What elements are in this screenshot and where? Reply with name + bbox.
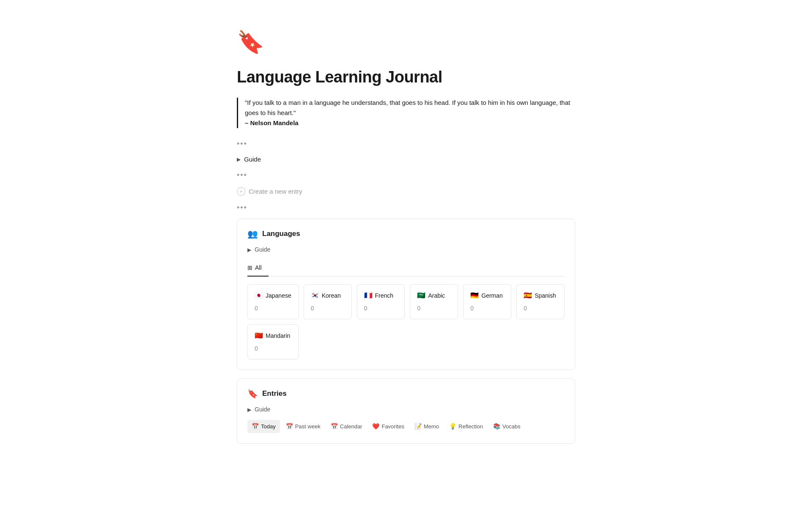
languages-guide-arrow-icon: ▶ <box>247 246 251 254</box>
entry-tab-label: Memo <box>424 422 439 431</box>
lang-flag: 🇯🇵 <box>255 290 263 301</box>
languages-guide-toggle[interactable]: ▶ Guide <box>247 245 565 254</box>
create-entry-label: Create a new entry <box>249 187 302 197</box>
entry-tab-label: Favorites <box>381 422 404 431</box>
lang-name: German <box>481 291 503 300</box>
lang-count: 0 <box>255 304 291 313</box>
entry-tab-reflection[interactable]: 💡 Reflection <box>445 420 487 433</box>
create-entry-row[interactable]: ＋ Create a new entry <box>237 186 575 197</box>
lang-name: Arabic <box>428 291 445 300</box>
entry-tab-calendar[interactable]: 📅 Calendar <box>326 420 367 433</box>
page-title: Language Learning Journal <box>237 65 575 89</box>
entry-tab-favorites[interactable]: ❤️ Favorites <box>368 420 408 433</box>
create-entry-icon: ＋ <box>237 187 245 196</box>
lang-flag: 🇪🇸 <box>524 290 532 301</box>
entries-section-title: Entries <box>262 388 287 399</box>
languages-grid: 🇯🇵 Japanese 0 🇰🇷 Korean 0 🇫🇷 French 0 🇸🇦… <box>247 284 565 359</box>
dots-2: ••• <box>237 170 575 181</box>
language-card-mandarin[interactable]: 🇨🇳 Mandarin 0 <box>247 324 299 359</box>
entries-guide-label: Guide <box>255 405 270 414</box>
lang-flag: 🇨🇳 <box>255 331 263 341</box>
entry-tab-icon: 📚 <box>493 422 500 431</box>
entry-tab-icon: 📅 <box>252 422 259 431</box>
quote-text: "If you talk to a man in a language he u… <box>245 98 575 118</box>
entry-tab-icon: 📅 <box>331 422 338 431</box>
lang-count: 0 <box>311 304 345 313</box>
guide-toggle-label: Guide <box>244 155 261 164</box>
entry-tab-icon: 📝 <box>414 422 422 431</box>
dots-3: ••• <box>237 202 575 214</box>
lang-name: Mandarin <box>266 332 290 340</box>
lang-count: 0 <box>524 304 557 313</box>
lang-count: 0 <box>255 344 291 353</box>
tab-all-grid-icon: ⊞ <box>247 263 252 272</box>
entry-tab-label: Today <box>261 422 276 431</box>
entries-tabs-row: 📅 Today 📅 Past week 📅 Calendar ❤️ Favori… <box>247 420 565 433</box>
languages-section-card: 👥 Languages ▶ Guide ⊞ All 🇯🇵 Japanese 0 … <box>237 219 575 370</box>
entry-tab-icon: 📅 <box>286 422 293 431</box>
language-card-spanish[interactable]: 🇪🇸 Spanish 0 <box>516 284 565 319</box>
lang-flag: 🇰🇷 <box>311 290 319 301</box>
language-card-korean[interactable]: 🇰🇷 Korean 0 <box>304 284 352 319</box>
entries-guide-arrow-icon: ▶ <box>247 406 251 414</box>
page-icon: 🔖 <box>237 25 575 58</box>
entry-tab-label: Past week <box>295 422 321 431</box>
languages-section-icon: 👥 <box>247 227 258 240</box>
language-card-french[interactable]: 🇫🇷 French 0 <box>357 284 405 319</box>
entry-tab-label: Vocabs <box>502 422 521 431</box>
toggle-arrow-icon: ▶ <box>237 156 241 163</box>
lang-count: 0 <box>470 304 504 313</box>
entries-guide-toggle[interactable]: ▶ Guide <box>247 405 565 414</box>
entry-tab-vocabs[interactable]: 📚 Vocabs <box>489 420 525 433</box>
lang-count: 0 <box>417 304 451 313</box>
dots-1: ••• <box>237 138 575 150</box>
quote-block: "If you talk to a man in a language he u… <box>237 98 575 128</box>
entry-tab-label: Reflection <box>458 422 483 431</box>
language-card-japanese[interactable]: 🇯🇵 Japanese 0 <box>247 284 299 319</box>
entry-tab-icon: 💡 <box>449 422 456 431</box>
language-card-arabic[interactable]: 🇸🇦 Arabic 0 <box>410 284 458 319</box>
lang-name: Spanish <box>535 291 556 300</box>
entries-section-icon: 🔖 <box>247 387 258 400</box>
entries-section-card: 🔖 Entries ▶ Guide 📅 Today 📅 Past week 📅 … <box>237 378 575 444</box>
quote-author: – Nelson Mandela <box>245 118 575 128</box>
entry-tab-today[interactable]: 📅 Today <box>247 420 280 433</box>
entry-tab-label: Calendar <box>340 422 362 431</box>
lang-name: Korean <box>322 291 341 300</box>
lang-count: 0 <box>364 304 398 313</box>
languages-guide-label: Guide <box>255 245 270 254</box>
entries-section-header: 🔖 Entries <box>247 387 565 400</box>
lang-name: French <box>375 291 394 300</box>
lang-flag: 🇫🇷 <box>364 290 373 301</box>
lang-flag: 🇸🇦 <box>417 290 425 301</box>
tab-all[interactable]: ⊞ All <box>247 260 269 277</box>
tab-all-label: All <box>255 263 262 272</box>
languages-section-header: 👥 Languages <box>247 227 565 240</box>
entry-tab-icon: ❤️ <box>372 422 379 431</box>
lang-name: Japanese <box>266 291 291 300</box>
entry-tab-memo[interactable]: 📝 Memo <box>410 420 443 433</box>
page-container: 🔖 Language Learning Journal "If you talk… <box>203 0 609 486</box>
guide-toggle[interactable]: ▶ Guide <box>237 155 575 164</box>
language-card-german[interactable]: 🇩🇪 German 0 <box>463 284 511 319</box>
lang-flag: 🇩🇪 <box>470 290 479 301</box>
languages-tabs-row: ⊞ All <box>247 260 565 277</box>
languages-section-title: Languages <box>262 228 300 239</box>
entry-tab-past-week[interactable]: 📅 Past week <box>282 420 325 433</box>
